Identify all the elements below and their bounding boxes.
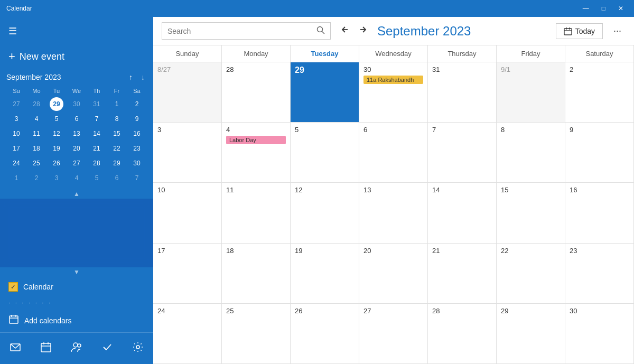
mini-cal-day[interactable]: 18 [30, 142, 43, 155]
cal-cell[interactable]: 24 [153, 304, 222, 364]
settings-nav-button[interactable] [127, 338, 149, 359]
cal-cell[interactable]: 22 [497, 244, 565, 304]
mini-cal-day[interactable]: 24 [10, 156, 23, 170]
mini-cal-day[interactable]: 22 [110, 142, 124, 155]
cal-event-laborday[interactable]: Labor Day [226, 136, 286, 144]
mini-cal-day[interactable]: 10 [10, 127, 23, 141]
mini-cal-day[interactable]: 27 [70, 156, 83, 170]
mini-cal-day[interactable]: 4 [70, 171, 83, 185]
today-button[interactable]: Today [556, 23, 603, 39]
cal-cell[interactable]: 2 [565, 62, 634, 123]
next-month-button[interactable] [355, 23, 371, 39]
mini-cal-day[interactable]: 12 [50, 127, 63, 141]
cal-cell[interactable]: 18 [222, 244, 291, 304]
mini-cal-day[interactable]: 15 [110, 127, 124, 141]
cal-cell[interactable]: 21 [428, 244, 497, 304]
cal-event-rakshabandhan[interactable]: 11a Rakshabandh [363, 76, 423, 84]
cal-cell[interactable]: 13 [359, 183, 428, 243]
mini-cal-day[interactable]: 19 [50, 142, 63, 155]
search-input[interactable] [167, 27, 316, 35]
hamburger-button[interactable]: ☰ [8, 23, 21, 39]
mini-cal-day[interactable]: 13 [70, 127, 83, 141]
mini-cal-prev-button[interactable]: ↑ [127, 72, 135, 82]
mini-cal-day[interactable]: 3 [10, 112, 23, 126]
calendar-nav-button[interactable] [35, 338, 57, 359]
mini-cal-day[interactable]: 4 [30, 112, 43, 126]
close-button[interactable]: ✕ [614, 4, 628, 13]
new-event-button[interactable]: + New event [0, 45, 153, 68]
calendar-checkbox[interactable]: ✓ [8, 282, 18, 292]
more-options-button[interactable]: ··· [609, 23, 626, 39]
mini-cal-day[interactable]: 17 [10, 142, 23, 155]
cal-cell[interactable]: 25 [222, 304, 291, 364]
mini-cal-day[interactable]: 26 [50, 156, 63, 170]
tasks-nav-button[interactable] [96, 338, 118, 359]
maximize-button[interactable]: □ [598, 4, 610, 13]
cal-cell[interactable]: 23 [565, 244, 634, 304]
cal-cell[interactable]: 9/1 [497, 62, 565, 123]
mini-cal-day[interactable]: 6 [110, 171, 124, 185]
cal-cell[interactable]: 10 [153, 183, 222, 243]
mini-cal-day[interactable]: 7 [130, 171, 144, 185]
mini-cal-day[interactable]: 25 [30, 156, 43, 170]
cal-cell[interactable]: 11 [222, 183, 291, 243]
calendar-toggle[interactable]: ✓ Calendar [0, 277, 153, 297]
mini-cal-day[interactable]: 3 [50, 171, 63, 185]
mini-cal-day[interactable]: 28 [30, 97, 43, 111]
mini-cal-day[interactable]: 9 [130, 112, 144, 126]
mini-cal-day[interactable]: 20 [70, 142, 83, 155]
mini-cal-day[interactable]: 8 [110, 112, 124, 126]
mini-cal-day[interactable]: 2 [30, 171, 43, 185]
cal-cell[interactable]: 27 [359, 304, 428, 364]
cal-cell[interactable]: 30 [565, 304, 634, 364]
cal-cell[interactable]: 6 [359, 123, 428, 183]
mini-cal-day[interactable]: 5 [50, 112, 63, 126]
cal-cell[interactable]: 29 [497, 304, 565, 364]
mini-cal-next-button[interactable]: ↓ [139, 72, 147, 82]
mini-cal-day[interactable]: 30 [130, 156, 144, 170]
prev-month-button[interactable] [337, 23, 353, 39]
cal-cell[interactable]: 19 [291, 244, 359, 304]
cal-cell[interactable]: 9 [565, 123, 634, 183]
mini-cal-day[interactable]: 16 [130, 127, 144, 141]
mini-cal-day[interactable]: 5 [90, 171, 104, 185]
cal-cell[interactable]: 28 [428, 304, 497, 364]
mini-cal-day[interactable]: 28 [90, 156, 104, 170]
mini-cal-day[interactable]: 2 [130, 97, 144, 111]
mini-cal-title[interactable]: September 2023 [6, 73, 61, 81]
scroll-up-button[interactable]: ▲ [73, 190, 80, 198]
add-calendars-button[interactable]: Add calendars [0, 309, 153, 332]
cal-cell[interactable]: 4 Labor Day [222, 123, 291, 183]
people-nav-button[interactable] [66, 338, 88, 359]
scroll-down-button[interactable]: ▼ [73, 268, 80, 276]
mini-cal-day[interactable]: 1 [110, 97, 124, 111]
mini-cal-day[interactable]: 21 [90, 142, 104, 155]
cal-cell[interactable]: 5 [291, 123, 359, 183]
minimize-button[interactable]: — [579, 4, 593, 13]
mini-cal-day[interactable]: 31 [90, 97, 104, 111]
mail-nav-button[interactable] [4, 338, 26, 359]
cal-cell[interactable]: 30 11a Rakshabandh [359, 62, 428, 123]
cal-cell[interactable]: 14 [428, 183, 497, 243]
mini-cal-day[interactable]: 1 [10, 171, 23, 185]
cal-cell[interactable]: 31 [428, 62, 497, 123]
mini-cal-day[interactable]: 23 [130, 142, 144, 155]
cal-cell[interactable]: 20 [359, 244, 428, 304]
cal-cell-today[interactable]: 29 [291, 62, 359, 123]
mini-cal-day-today[interactable]: 29 [50, 97, 63, 111]
search-box[interactable] [162, 22, 331, 40]
mini-cal-day[interactable]: 11 [30, 127, 43, 141]
cal-cell[interactable]: 7 [428, 123, 497, 183]
cal-cell[interactable]: 16 [565, 183, 634, 243]
mini-cal-day[interactable]: 14 [90, 127, 104, 141]
mini-cal-day[interactable]: 6 [70, 112, 83, 126]
mini-cal-day[interactable]: 29 [110, 156, 124, 170]
cal-cell[interactable]: 26 [291, 304, 359, 364]
mini-cal-day[interactable]: 27 [10, 97, 23, 111]
cal-cell[interactable]: 3 [153, 123, 222, 183]
mini-cal-day[interactable]: 7 [90, 112, 104, 126]
cal-cell[interactable]: 15 [497, 183, 565, 243]
mini-cal-day[interactable]: 30 [70, 97, 83, 111]
cal-cell[interactable]: 12 [291, 183, 359, 243]
cal-cell[interactable]: 8/27 [153, 62, 222, 123]
